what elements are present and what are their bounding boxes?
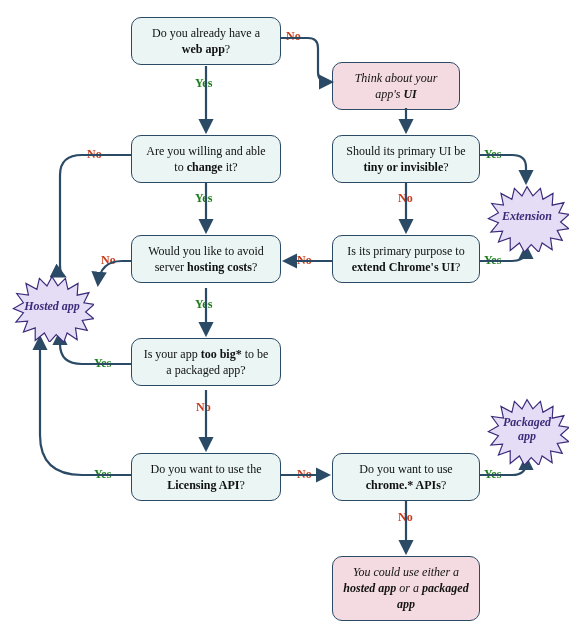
node-q-hosting: Would you like to avoid server hosting c… xyxy=(131,235,281,283)
node-either: You could use either a hosted app or a p… xyxy=(332,556,480,621)
text: ? xyxy=(240,478,245,492)
edge-label: No xyxy=(196,400,211,415)
text: ? xyxy=(225,42,230,56)
edge-label: No xyxy=(297,253,312,268)
bold: web app xyxy=(182,42,225,56)
result-extension: Extension xyxy=(485,185,569,249)
edge-label: No xyxy=(101,253,116,268)
text: You could use either a xyxy=(353,565,459,579)
bold: Licensing API xyxy=(167,478,239,492)
bold: extend Chrome's UI xyxy=(352,260,455,274)
result-hosted-app: Hosted app xyxy=(10,275,94,339)
label: Hosted app xyxy=(16,300,88,314)
edge-label: Yes xyxy=(195,76,212,91)
text: Do you want to use xyxy=(359,462,452,476)
edge-label: Yes xyxy=(484,147,501,162)
edge-label: Yes xyxy=(484,467,501,482)
edge-label: No xyxy=(398,191,413,206)
text: Is its primary purpose to xyxy=(347,244,464,258)
edge-label: No xyxy=(87,147,102,162)
bold: change xyxy=(187,160,223,174)
text: ? xyxy=(455,260,460,274)
result-packaged-app: Packaged app xyxy=(485,398,569,462)
edge-label: Yes xyxy=(94,467,111,482)
text: Should its primary UI be xyxy=(346,144,465,158)
bold: too big* xyxy=(201,347,242,361)
node-q-change: Are you willing and able to change it? xyxy=(131,135,281,183)
label: Packaged app xyxy=(485,416,569,444)
bold: chrome.* APIs xyxy=(366,478,441,492)
node-think-ui: Think about your app's UI xyxy=(332,62,460,110)
edge-label: Yes xyxy=(195,191,212,206)
edge-label: No xyxy=(398,510,413,525)
text: Do you already have a xyxy=(152,26,260,40)
edge-label: Yes xyxy=(195,297,212,312)
bold: hosted app xyxy=(343,581,396,595)
node-q-extend: Is its primary purpose to extend Chrome'… xyxy=(332,235,480,283)
text: it? xyxy=(223,160,238,174)
bold: UI xyxy=(403,87,416,101)
node-q-licensing: Do you want to use the Licensing API? xyxy=(131,453,281,501)
text: or a xyxy=(396,581,422,595)
text: ? xyxy=(443,160,448,174)
text: ? xyxy=(252,260,257,274)
text: ? xyxy=(441,478,446,492)
bold: hosting costs xyxy=(187,260,252,274)
edge-label: Yes xyxy=(484,253,501,268)
text: Is your app xyxy=(144,347,201,361)
text: Think about your app's xyxy=(355,71,438,101)
node-q-chromeapi: Do you want to use chrome.* APIs? xyxy=(332,453,480,501)
node-q-tiny: Should its primary UI be tiny or invisib… xyxy=(332,135,480,183)
bold: tiny or invisible xyxy=(363,160,443,174)
text: Do you want to use the xyxy=(151,462,262,476)
edge-label: Yes xyxy=(94,356,111,371)
edge-label: No xyxy=(286,29,301,44)
label: Extension xyxy=(494,210,560,224)
node-q-toobig: Is your app too big* to be a packaged ap… xyxy=(131,338,281,386)
node-q-webapp: Do you already have a web app? xyxy=(131,17,281,65)
edge-label: No xyxy=(297,467,312,482)
